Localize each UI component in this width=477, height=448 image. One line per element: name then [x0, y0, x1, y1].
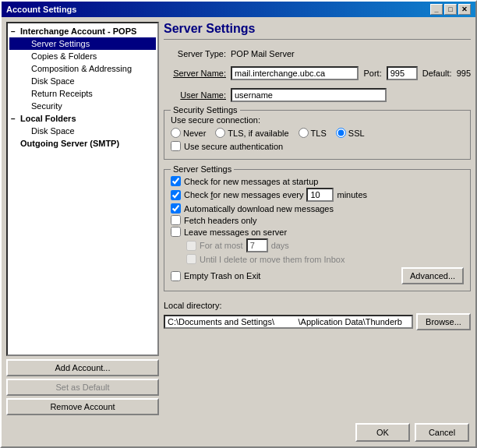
check-leave-messages-row: Leave messages on server [171, 227, 464, 237]
radio-ssl-input[interactable] [336, 128, 346, 138]
toggle-local-folders: − [11, 115, 19, 123]
account-settings-window: Account Settings _ □ ✕ − Interchange Acc… [0, 0, 477, 448]
tree-label-interchange: Interchange Account - POPS [20, 26, 136, 36]
tree-label-local-folders: Local Folders [20, 114, 76, 123]
tree-item-disk-space[interactable]: Disk Space [9, 75, 156, 87]
port-input[interactable] [387, 66, 418, 80]
tree-item-copies-folders[interactable]: Copies & Folders [9, 50, 156, 62]
radio-tls-input[interactable] [299, 128, 309, 138]
minimize-button[interactable]: _ [430, 4, 443, 15]
check-until-delete-checkbox[interactable] [186, 254, 196, 264]
check-auto-download-row: Automatically download new messages [171, 203, 464, 213]
server-name-row: Server Name: Port: Default: 995 [164, 66, 471, 80]
close-button[interactable]: ✕ [458, 4, 471, 15]
secure-auth-label: Use secure authentication [184, 142, 283, 151]
check-interval-label: Check for new messages every [184, 190, 303, 199]
minutes-label: minutes [337, 190, 367, 199]
secure-connection-label: Use secure connection: [171, 115, 260, 125]
tree-item-return-receipts[interactable]: Return Receipts [9, 87, 156, 100]
radio-tls-label: TLS [311, 129, 327, 138]
toggle-interchange: − [11, 27, 19, 36]
bottom-bar: OK Cancel [2, 420, 475, 446]
radio-tls-available-label: TLS, if available [228, 129, 288, 138]
check-leave-messages-label: Leave messages on server [184, 228, 287, 237]
title-bar: Account Settings _ □ ✕ [2, 2, 475, 17]
secure-connection-row: Use secure connection: [171, 115, 464, 125]
username-input[interactable] [231, 88, 387, 102]
default-value: 995 [457, 69, 471, 78]
radio-tls: TLS [299, 128, 327, 138]
tree-item-local-folders[interactable]: − Local Folders [9, 112, 156, 125]
server-type-value: POP Mail Server [231, 49, 295, 58]
server-settings-group-title: Server Settings [171, 164, 234, 174]
tree-label-security: Security [31, 101, 62, 111]
default-label: Default: [422, 69, 452, 78]
interval-input[interactable] [306, 188, 334, 202]
secure-auth-checkbox[interactable] [171, 141, 181, 151]
security-settings-group: Security Settings Use secure connection:… [164, 110, 471, 160]
tree-item-security[interactable]: Security [9, 100, 156, 112]
section-title: Server Settings [164, 22, 471, 40]
check-for-most-row: For at most days [171, 238, 464, 252]
radio-never: Never [171, 128, 206, 138]
check-for-most-label: For at most [200, 241, 243, 250]
browse-button[interactable]: Browse... [416, 313, 471, 330]
ok-button[interactable]: OK [355, 423, 410, 442]
radio-tls-available: TLS, if available [215, 128, 288, 138]
window-title: Account Settings [6, 5, 76, 14]
check-empty-trash-checkbox[interactable] [171, 271, 181, 281]
check-until-delete-row: Until I delete or move them from Inbox [171, 254, 464, 264]
local-dir-row: Browse... [164, 313, 471, 330]
days-input[interactable] [246, 238, 268, 252]
check-fetch-headers-row: Fetch headers only [171, 215, 464, 225]
tree-item-composition[interactable]: Composition & Addressing [9, 62, 156, 75]
username-label: User Name: [164, 90, 226, 100]
tree-label-local-disk-space: Disk Space [31, 126, 75, 136]
tree-label-copies-folders: Copies & Folders [31, 51, 97, 61]
server-name-input[interactable] [231, 66, 359, 80]
username-row: User Name: [164, 88, 471, 102]
check-for-most-checkbox[interactable] [186, 241, 196, 251]
check-interval-checkbox[interactable] [171, 190, 181, 200]
check-empty-trash-row: Empty Trash on Exit [171, 271, 260, 281]
server-settings-group: Server Settings Check for new messages a… [164, 169, 471, 291]
check-startup-row: Check for new messages at startup [171, 176, 464, 186]
left-buttons: Add Account... Set as Default Remove Acc… [6, 359, 159, 415]
local-dir-input[interactable] [164, 315, 413, 329]
tree-container[interactable]: − Interchange Account - POPS Server Sett… [6, 22, 159, 356]
check-auto-download-label: Automatically download new messages [184, 204, 334, 213]
remove-account-button[interactable]: Remove Account [6, 398, 159, 415]
local-dir-section: Local directory: Browse... [164, 301, 471, 330]
port-label: Port: [363, 69, 381, 78]
tree-item-local-disk-space[interactable]: Disk Space [9, 125, 156, 137]
right-panel: Server Settings Server Type: POP Mail Se… [164, 22, 471, 415]
radio-never-input[interactable] [171, 128, 181, 138]
check-fetch-headers-label: Fetch headers only [184, 216, 257, 225]
server-name-label: Server Name: [164, 69, 226, 78]
check-leave-messages-checkbox[interactable] [171, 227, 181, 237]
maximize-button[interactable]: □ [444, 4, 457, 15]
tree-label-composition: Composition & Addressing [31, 64, 132, 73]
tree-item-server-settings[interactable]: Server Settings [9, 37, 156, 50]
check-startup-checkbox[interactable] [171, 176, 181, 186]
tree-label-server-settings: Server Settings [31, 39, 90, 48]
tree-item-outgoing-smtp[interactable]: Outgoing Server (SMTP) [9, 137, 156, 150]
advanced-button[interactable]: Advanced... [401, 267, 464, 284]
radio-row: Never TLS, if available TLS SSL [171, 128, 464, 138]
days-label: days [271, 241, 289, 250]
left-panel: − Interchange Account - POPS Server Sett… [6, 22, 159, 415]
add-account-button[interactable]: Add Account... [6, 359, 159, 376]
set-default-button[interactable]: Set as Default [6, 379, 159, 396]
radio-tls-available-input[interactable] [215, 128, 225, 138]
check-auto-download-checkbox[interactable] [171, 203, 181, 213]
check-fetch-headers-checkbox[interactable] [171, 215, 181, 225]
content-area: − Interchange Account - POPS Server Sett… [2, 17, 475, 420]
server-type-label: Server Type: [164, 49, 226, 58]
tree-item-interchange[interactable]: − Interchange Account - POPS [9, 25, 156, 37]
cancel-button[interactable]: Cancel [415, 423, 469, 442]
check-empty-trash-label: Empty Trash on Exit [184, 271, 260, 280]
server-type-row: Server Type: POP Mail Server [164, 49, 471, 58]
local-dir-label: Local directory: [164, 301, 471, 310]
radio-never-label: Never [183, 129, 206, 138]
radio-ssl: SSL [336, 128, 365, 138]
